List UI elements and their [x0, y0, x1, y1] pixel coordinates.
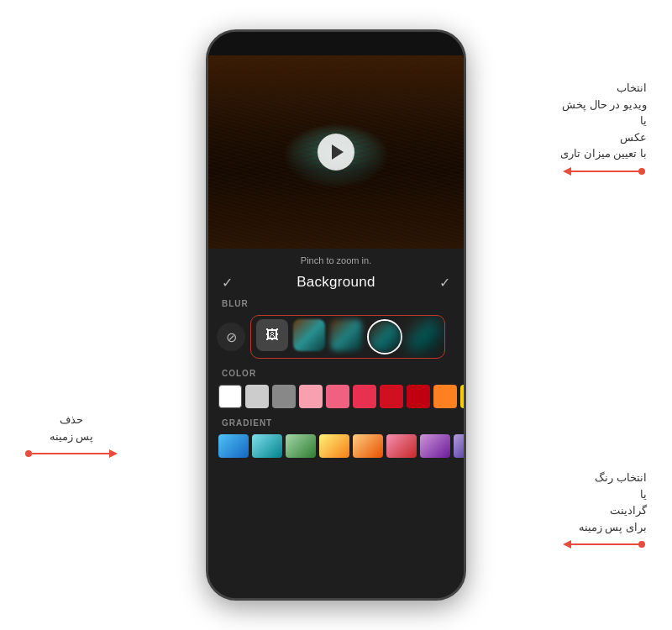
- svg-marker-5: [109, 449, 118, 458]
- gradient-teal[interactable]: [252, 434, 282, 458]
- color-swatch-gray[interactable]: [272, 385, 296, 408]
- annotation-top-right-text: انتخاب ویدیو در حال پخش یا عکس با تعیین …: [560, 80, 647, 162]
- color-swatch-darkred[interactable]: [407, 385, 430, 408]
- annotation-left: حذف پس زمینه: [25, 412, 118, 459]
- color-row[interactable]: [208, 381, 464, 413]
- annotation-bottom-right: انتخاب رنگ یا گرادینت برای پس زمینه: [563, 470, 647, 550]
- blur-option-4[interactable]: [407, 319, 439, 351]
- blur-option-1[interactable]: [293, 319, 325, 351]
- annotation-top-right: انتخاب ویدیو در حال پخش یا عکس با تعیین …: [560, 80, 647, 177]
- annotation-top-right-arrow: [563, 165, 647, 177]
- svg-marker-7: [563, 540, 571, 549]
- phone-top-bar: [208, 32, 464, 55]
- header-row: ✓ Background ✓: [208, 270, 464, 294]
- phone-shell: Pinch to zoom in. ✓ Background ✓ BLUR ⊘ …: [206, 29, 466, 601]
- color-swatch-red[interactable]: [380, 385, 403, 408]
- gradient-purple[interactable]: [420, 434, 450, 458]
- phone-content: Pinch to zoom in. ✓ Background ✓ BLUR ⊘ …: [208, 55, 464, 598]
- gradient-blue[interactable]: [218, 434, 249, 458]
- blur-option-3-selected[interactable]: [367, 319, 402, 354]
- svg-marker-1: [563, 167, 571, 176]
- blur-option-0[interactable]: 🖼: [256, 319, 288, 351]
- annotation-left-arrow: [25, 448, 118, 459]
- svg-point-2: [638, 168, 645, 175]
- video-area: [208, 55, 464, 249]
- color-swatch-lightpink[interactable]: [299, 385, 323, 408]
- gradient-deep-purple[interactable]: [454, 434, 464, 458]
- confirm-check-icon[interactable]: ✓: [439, 275, 450, 291]
- annotation-bottom-right-text: انتخاب رنگ یا گرادینت برای پس زمینه: [563, 470, 647, 535]
- color-swatch-pink[interactable]: [326, 385, 349, 408]
- svg-point-8: [638, 541, 645, 548]
- color-swatch-rose[interactable]: [353, 385, 376, 408]
- blur-section-label: BLUR: [208, 294, 464, 312]
- pinch-zoom-text: Pinch to zoom in.: [208, 249, 464, 270]
- play-button[interactable]: [318, 134, 354, 171]
- gradient-section-label: GRADIENT: [208, 413, 464, 431]
- color-swatch-yellow[interactable]: [460, 385, 464, 408]
- gradient-pink-red[interactable]: [386, 434, 417, 458]
- gradient-orange[interactable]: [353, 434, 383, 458]
- blur-option-2[interactable]: [330, 319, 362, 351]
- color-swatch-lightgray[interactable]: [245, 385, 269, 408]
- color-swatch-orange[interactable]: [433, 385, 457, 408]
- gradient-yellow[interactable]: [319, 434, 349, 458]
- annotation-bottom-right-arrow: [563, 538, 647, 550]
- color-swatch-white[interactable]: [218, 385, 242, 408]
- blur-scroll-container[interactable]: 🖼: [250, 315, 445, 359]
- back-check-icon[interactable]: ✓: [222, 275, 233, 291]
- color-section-label: COLOR: [208, 364, 464, 381]
- blur-row: ⊘ 🖼: [208, 312, 464, 364]
- annotation-left-text: حذف پس زمینه: [25, 412, 118, 444]
- gradient-green[interactable]: [286, 434, 316, 458]
- gradient-row[interactable]: [208, 431, 464, 463]
- no-background-option[interactable]: ⊘: [217, 323, 245, 351]
- no-background-icon: ⊘: [226, 329, 237, 345]
- page-container: Pinch to zoom in. ✓ Background ✓ BLUR ⊘ …: [0, 0, 672, 630]
- svg-point-3: [25, 450, 32, 457]
- header-title: Background: [297, 274, 375, 291]
- play-icon: [332, 144, 344, 160]
